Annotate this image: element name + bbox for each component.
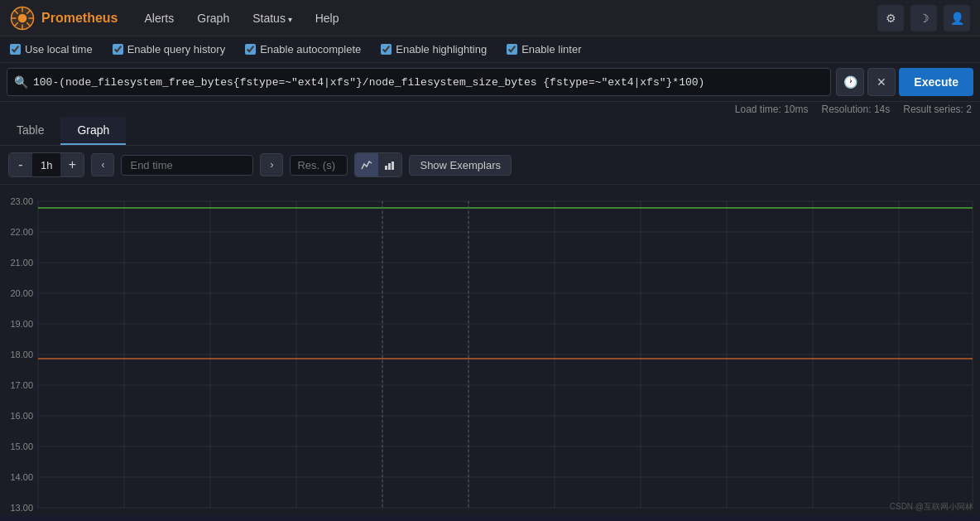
nav-next-button[interactable]: › bbox=[260, 153, 283, 176]
stacked-chart-button[interactable] bbox=[378, 153, 401, 176]
svg-text:10:05: 10:05 bbox=[199, 514, 222, 516]
tab-table[interactable]: Table bbox=[0, 117, 60, 145]
result-series-value: 2 bbox=[966, 104, 972, 115]
resolution-input[interactable] bbox=[290, 155, 348, 176]
nav-graph[interactable]: Graph bbox=[187, 7, 239, 30]
svg-rect-13 bbox=[392, 162, 394, 170]
enable-linter-label: Enable linter bbox=[521, 43, 581, 55]
line-chart-icon bbox=[361, 159, 372, 171]
svg-point-2 bbox=[18, 13, 27, 22]
svg-text:18.00: 18.00 bbox=[10, 350, 33, 359]
svg-text:16.00: 16.00 bbox=[10, 411, 33, 421]
svg-text:23.00: 23.00 bbox=[10, 196, 33, 206]
tabs-bar: Table Graph bbox=[0, 117, 980, 146]
app-title: Prometheus bbox=[41, 11, 118, 26]
svg-text:22.00: 22.00 bbox=[10, 227, 33, 237]
svg-rect-12 bbox=[388, 163, 391, 170]
svg-text:10:30: 10:30 bbox=[629, 514, 652, 516]
tab-graph[interactable]: Graph bbox=[60, 117, 126, 145]
query-actions: 🕐 ✕ Execute bbox=[836, 68, 973, 96]
nav-status[interactable]: Status bbox=[243, 7, 301, 30]
svg-rect-14 bbox=[0, 185, 980, 516]
navbar-logo: Prometheus bbox=[10, 6, 118, 31]
time-minus-button[interactable]: - bbox=[9, 153, 32, 176]
graph-container: 23.00 22.00 21.00 20.00 19.00 18.00 17.0… bbox=[0, 185, 980, 516]
svg-text:19.00: 19.00 bbox=[10, 319, 33, 329]
navbar: Prometheus Alerts Graph Status Help ⚙ ☽ … bbox=[0, 0, 980, 36]
svg-text:20.00: 20.00 bbox=[10, 288, 33, 298]
info-bar: Load time: 10ms Resolution: 14s Result s… bbox=[0, 102, 980, 117]
enable-autocomplete-checkbox[interactable]: Enable autocomplete bbox=[245, 43, 361, 55]
query-clear-button[interactable]: ✕ bbox=[867, 68, 896, 96]
watermark: CSDN @互联网小阿林 bbox=[890, 501, 973, 513]
graph-controls: - 1h + ‹ › Show Exemplars bbox=[0, 146, 980, 185]
checkboxes-bar: Use local time Enable query history Enab… bbox=[0, 36, 980, 63]
end-time-input[interactable] bbox=[121, 155, 253, 176]
resolution-value: 14s bbox=[874, 104, 890, 115]
svg-text:14.00: 14.00 bbox=[10, 472, 33, 482]
line-chart-button[interactable] bbox=[355, 153, 378, 176]
show-exemplars-button[interactable]: Show Exemplars bbox=[409, 155, 512, 176]
graph-svg: 23.00 22.00 21.00 20.00 19.00 18.00 17.0… bbox=[0, 185, 980, 516]
svg-text:10:10: 10:10 bbox=[285, 514, 308, 516]
enable-query-history-label: Enable query history bbox=[127, 43, 226, 55]
enable-query-history-checkbox[interactable]: Enable query history bbox=[113, 43, 226, 55]
nav-prev-button[interactable]: ‹ bbox=[91, 153, 114, 176]
svg-text:13.00: 13.00 bbox=[10, 503, 33, 513]
stacked-chart-icon bbox=[384, 159, 396, 171]
resolution-label: Resolution: bbox=[822, 104, 872, 115]
time-value: 1h bbox=[32, 159, 60, 171]
resolution: Resolution: 14s bbox=[822, 104, 891, 115]
nav-help[interactable]: Help bbox=[305, 7, 349, 30]
result-series-label: Result series: bbox=[903, 104, 963, 115]
svg-text:10:25: 10:25 bbox=[543, 514, 566, 516]
svg-text:10:15: 10:15 bbox=[371, 514, 394, 516]
svg-text:10:20: 10:20 bbox=[457, 514, 480, 516]
load-time-label: Load time: bbox=[735, 104, 781, 115]
enable-autocomplete-label: Enable autocomplete bbox=[260, 43, 361, 55]
settings-button[interactable]: ⚙ bbox=[877, 5, 904, 31]
query-input[interactable] bbox=[33, 76, 824, 89]
enable-highlighting-label: Enable highlighting bbox=[396, 43, 487, 55]
svg-text:10:45: 10:45 bbox=[887, 514, 910, 516]
time-stepper: - 1h + bbox=[8, 152, 84, 177]
svg-rect-11 bbox=[385, 166, 387, 170]
navbar-links: Alerts Graph Status Help bbox=[134, 7, 877, 30]
prometheus-logo-icon bbox=[10, 6, 35, 31]
svg-text:15.00: 15.00 bbox=[10, 441, 33, 451]
query-input-wrapper: 🔍 bbox=[7, 68, 831, 96]
time-plus-button[interactable]: + bbox=[60, 153, 84, 176]
svg-text:10:40: 10:40 bbox=[801, 514, 824, 516]
theme-toggle-button[interactable]: ☽ bbox=[910, 5, 937, 31]
chart-view-group bbox=[354, 152, 402, 177]
execute-button[interactable]: Execute bbox=[899, 68, 973, 96]
query-history-button[interactable]: 🕐 bbox=[836, 68, 864, 96]
user-button[interactable]: 👤 bbox=[944, 5, 970, 31]
svg-text:09:55: 09:55 bbox=[26, 514, 50, 516]
use-local-time-checkbox[interactable]: Use local time bbox=[10, 43, 93, 55]
svg-text:10:35: 10:35 bbox=[715, 514, 738, 516]
query-bar: 🔍 🕐 ✕ Execute bbox=[0, 63, 980, 102]
svg-text:17.00: 17.00 bbox=[10, 380, 33, 390]
navbar-icons: ⚙ ☽ 👤 bbox=[877, 5, 970, 31]
load-time-value: 10ms bbox=[784, 104, 808, 115]
enable-highlighting-checkbox[interactable]: Enable highlighting bbox=[381, 43, 487, 55]
use-local-time-label: Use local time bbox=[25, 43, 93, 55]
enable-linter-checkbox[interactable]: Enable linter bbox=[507, 43, 581, 55]
svg-text:10:00: 10:00 bbox=[113, 514, 136, 516]
result-series: Result series: 2 bbox=[903, 104, 972, 115]
load-time: Load time: 10ms bbox=[735, 104, 809, 115]
search-icon: 🔍 bbox=[14, 75, 28, 89]
nav-alerts[interactable]: Alerts bbox=[134, 7, 184, 30]
svg-text:21.00: 21.00 bbox=[10, 258, 33, 268]
